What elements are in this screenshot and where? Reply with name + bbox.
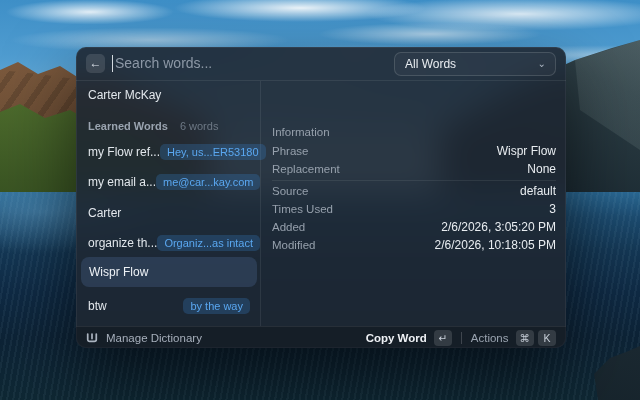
learned-words-section-header: Learned Words 6 words <box>88 117 218 135</box>
footer-divider <box>461 332 462 344</box>
list-item-wispr-flow-selected[interactable]: Wispr Flow <box>81 257 257 287</box>
detail-label: Replacement <box>272 163 340 175</box>
text-cursor <box>112 55 113 72</box>
details-section-title: Information <box>272 124 330 140</box>
list-item-label: Carter <box>88 206 121 220</box>
detail-value: None <box>527 162 556 176</box>
command-key-icon: ⌘ <box>516 330 535 346</box>
list-item-my-email[interactable]: my email a... me@car...kay.com <box>84 171 254 193</box>
filter-dropdown-value: All Words <box>405 57 456 71</box>
actions-button[interactable]: Actions <box>471 332 509 344</box>
detail-row-added: Added 2/6/2026, 3:05:20 PM <box>272 218 556 235</box>
back-button[interactable]: ← <box>86 54 105 73</box>
list-item-label: Carter McKay <box>88 88 161 102</box>
desktop: ← Search words... All Words ⌄ Carter McK… <box>0 0 640 400</box>
details-divider <box>272 180 556 181</box>
return-key-icon: ↵ <box>434 330 452 346</box>
replacement-badge: me@car...kay.com <box>156 174 260 190</box>
detail-value: 3 <box>549 202 556 216</box>
manage-dictionary-label: Manage Dictionary <box>106 332 202 344</box>
chevron-down-icon: ⌄ <box>538 53 546 75</box>
list-item-organize[interactable]: organize th... Organiz...as intact <box>84 232 254 254</box>
replacement-badge: Hey, us...ER53180 <box>160 144 266 160</box>
dictionary-search-window: ← Search words... All Words ⌄ Carter McK… <box>76 47 566 348</box>
detail-label: Source <box>272 185 308 197</box>
detail-row-phrase: Phrase Wispr Flow <box>272 142 556 159</box>
detail-label: Times Used <box>272 203 333 215</box>
filter-dropdown[interactable]: All Words ⌄ <box>394 52 556 76</box>
search-bar: ← Search words... All Words ⌄ <box>76 47 566 80</box>
list-item-label: my email a... <box>88 175 156 189</box>
detail-label: Modified <box>272 239 315 251</box>
list-item-label: organize th... <box>88 236 157 250</box>
manage-dictionary-button[interactable]: Manage Dictionary <box>86 332 202 344</box>
list-item-label: btw <box>88 299 107 313</box>
search-input[interactable]: Search words... <box>115 47 212 80</box>
detail-value: default <box>520 184 556 198</box>
detail-value: Wispr Flow <box>497 144 556 158</box>
detail-value: 2/6/2026, 3:05:20 PM <box>441 220 556 234</box>
section-count: 6 words <box>180 120 219 132</box>
detail-row-source: Source default <box>272 182 556 199</box>
list-item-label: Wispr Flow <box>89 265 148 279</box>
copy-word-button[interactable]: Copy Word <box>366 332 427 344</box>
section-label: Learned Words <box>88 120 168 132</box>
detail-row-replacement: Replacement None <box>272 160 556 177</box>
detail-row-modified: Modified 2/6/2026, 10:18:05 PM <box>272 236 556 253</box>
actions-shortcut: ⌘ K <box>516 330 557 346</box>
replacement-badge: Organiz...as intact <box>157 235 260 251</box>
list-item-carter[interactable]: Carter <box>84 202 254 224</box>
list-item-label: my Flow ref... <box>88 145 160 159</box>
detail-label: Added <box>272 221 305 233</box>
detail-label: Phrase <box>272 145 308 157</box>
footer-bar: Manage Dictionary Copy Word ↵ Actions ⌘ … <box>76 326 566 348</box>
wispr-flow-logo-icon <box>86 332 98 343</box>
list-item-my-flow-ref[interactable]: my Flow ref... Hey, us...ER53180 <box>84 141 254 163</box>
list-item-btw[interactable]: btw by the way <box>84 295 254 317</box>
detail-value: 2/6/2026, 10:18:05 PM <box>435 238 556 252</box>
k-key-icon: K <box>538 330 556 346</box>
detail-row-times-used: Times Used 3 <box>272 200 556 217</box>
list-item-carter-mckay[interactable]: Carter McKay <box>84 84 254 106</box>
word-details: Information Phrase Wispr Flow Replacemen… <box>261 80 566 326</box>
replacement-badge: by the way <box>183 298 250 314</box>
word-list: Carter McKay Learned Words 6 words my Fl… <box>76 80 260 326</box>
